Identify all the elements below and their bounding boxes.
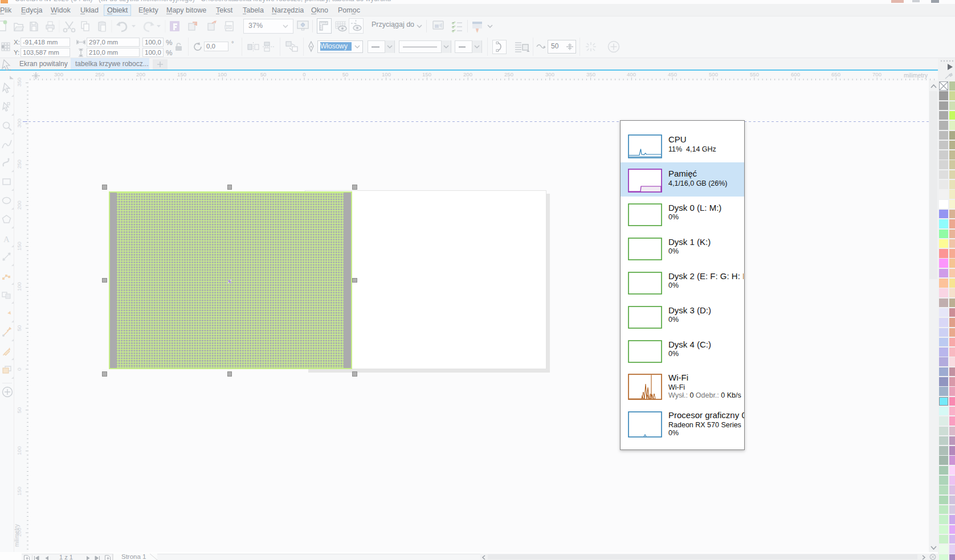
svg-text:PDF: PDF [225,26,232,29]
